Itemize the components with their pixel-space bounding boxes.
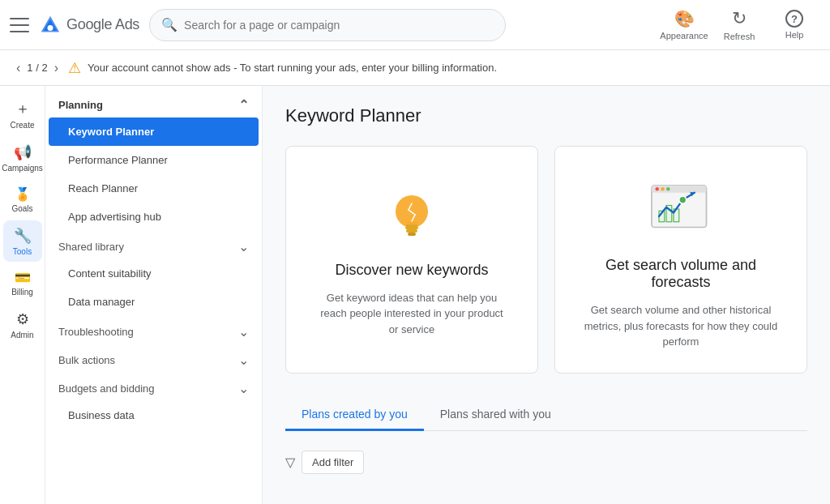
svg-point-14 — [656, 187, 660, 191]
tabs-row: Plans created by you Plans shared with y… — [285, 399, 807, 431]
alert-bar: ‹ 1 / 2 › ⚠ Your account cannot show ads… — [0, 50, 830, 86]
help-icon: ? — [785, 10, 803, 28]
search-volume-forecasts-card[interactable]: Get search volume and forecasts Get sear… — [554, 146, 807, 374]
campaigns-icon: 📢 — [14, 143, 32, 161]
tools-icon: 🔧 — [14, 227, 32, 245]
svg-point-15 — [661, 187, 665, 191]
logo-area: Google Ads — [39, 14, 139, 36]
page-title: Keyword Planner — [285, 105, 807, 126]
filter-icon: ▽ — [285, 455, 295, 470]
alert-message: Your account cannot show ads - To start … — [88, 62, 497, 74]
svg-point-2 — [48, 25, 53, 31]
troubleshooting-chevron-icon: ⌄ — [238, 324, 249, 340]
sidebar-item-admin[interactable]: ⚙ Admin — [3, 304, 42, 345]
sidebar-item-content-suitability[interactable]: Content suitability — [49, 259, 259, 288]
svg-rect-13 — [652, 186, 707, 193]
sidebar-item-data-manager[interactable]: Data manager — [49, 288, 259, 316]
svg-rect-5 — [406, 229, 417, 233]
svg-rect-4 — [405, 226, 418, 229]
main-content: Keyword Planner Dis — [263, 86, 830, 504]
search-input[interactable] — [184, 19, 494, 32]
search-icon: 🔍 — [161, 17, 178, 32]
filter-row: ▽ Add filter — [285, 444, 807, 481]
sidebar-item-keyword-planner[interactable]: Keyword Planner — [49, 117, 259, 146]
sidebar-item-campaigns[interactable]: 📢 Campaigns — [3, 137, 42, 178]
sidebar-section-budgets-bidding[interactable]: Budgets and bidding ⌄ — [45, 373, 262, 401]
alert-prev-button[interactable]: ‹ — [13, 59, 24, 77]
alert-next-button[interactable]: › — [51, 59, 62, 77]
top-nav-actions: 🎨 Appearance ↻ Refresh ? Help — [658, 4, 820, 46]
sidebar-item-goals[interactable]: 🏅 Goals — [3, 180, 42, 219]
add-filter-button[interactable]: Add filter — [302, 451, 364, 474]
discover-keywords-card[interactable]: Discover new keywords Get keyword ideas … — [285, 146, 538, 374]
admin-icon: ⚙ — [16, 310, 29, 328]
refresh-button[interactable]: ↻ Refresh — [713, 4, 765, 46]
bulk-actions-chevron-icon: ⌄ — [238, 352, 249, 368]
discover-keywords-title: Discover new keywords — [335, 262, 488, 279]
search-volume-title: Get search volume and forecasts — [575, 257, 787, 291]
goals-icon: 🏅 — [15, 186, 31, 202]
shared-library-chevron-icon: ⌄ — [238, 239, 249, 254]
sidebar-section-planning[interactable]: Planning ⌃ — [45, 89, 262, 117]
alert-navigation: ‹ 1 / 2 › — [13, 59, 62, 77]
create-icon: ＋ — [15, 99, 30, 118]
refresh-icon: ↻ — [732, 8, 747, 29]
sidebar-section-shared-library[interactable]: Shared library ⌄ — [45, 231, 262, 259]
tab-plans-created[interactable]: Plans created by you — [285, 399, 424, 431]
sidebar-item-performance-planner[interactable]: Performance Planner — [49, 146, 259, 174]
help-button[interactable]: ? Help — [768, 4, 820, 46]
svg-rect-6 — [408, 233, 416, 236]
chart-icon — [644, 173, 717, 246]
svg-point-16 — [666, 187, 670, 191]
search-volume-description: Get search volume and other historical m… — [584, 302, 778, 350]
hamburger-menu[interactable] — [10, 15, 29, 35]
planning-chevron-icon: ⌃ — [238, 97, 249, 113]
tab-plans-shared[interactable]: Plans shared with you — [424, 399, 567, 431]
sidebar: Planning ⌃ Keyword Planner Performance P… — [45, 86, 263, 504]
sidebar-item-business-data[interactable]: Business data — [49, 401, 259, 429]
main-layout: ＋ Create 📢 Campaigns 🏅 Goals 🔧 Tools 💳 B… — [0, 86, 830, 504]
sidebar-item-billing[interactable]: 💳 Billing — [3, 263, 42, 302]
billing-icon: 💳 — [15, 270, 31, 285]
appearance-icon: 🎨 — [674, 9, 695, 28]
search-bar[interactable]: 🔍 — [149, 9, 506, 41]
icon-navigation: ＋ Create 📢 Campaigns 🏅 Goals 🔧 Tools 💳 B… — [0, 86, 45, 504]
sidebar-item-app-advertising-hub[interactable]: App advertising hub — [49, 203, 259, 231]
appearance-button[interactable]: 🎨 Appearance — [658, 4, 710, 46]
lightbulb-icon — [379, 186, 444, 250]
sidebar-item-tools[interactable]: 🔧 Tools — [3, 220, 42, 262]
svg-point-21 — [679, 196, 687, 203]
sidebar-item-reach-planner[interactable]: Reach Planner — [49, 174, 259, 203]
cards-row: Discover new keywords Get keyword ideas … — [285, 146, 807, 374]
top-navigation: Google Ads 🔍 🎨 Appearance ↻ Refresh ? He… — [0, 0, 830, 50]
discover-keywords-description: Get keyword ideas that can help you reac… — [314, 290, 509, 338]
logo-text: Google Ads — [66, 16, 139, 33]
sidebar-section-bulk-actions[interactable]: Bulk actions ⌄ — [45, 344, 262, 373]
sidebar-section-troubleshooting[interactable]: Troubleshooting ⌄ — [45, 316, 262, 344]
alert-page-count: 1 / 2 — [27, 62, 47, 74]
sidebar-item-create[interactable]: ＋ Create — [3, 92, 42, 135]
alert-warning-icon: ⚠ — [68, 59, 81, 77]
google-ads-logo-icon — [39, 14, 62, 36]
budgets-chevron-icon: ⌄ — [238, 381, 249, 396]
